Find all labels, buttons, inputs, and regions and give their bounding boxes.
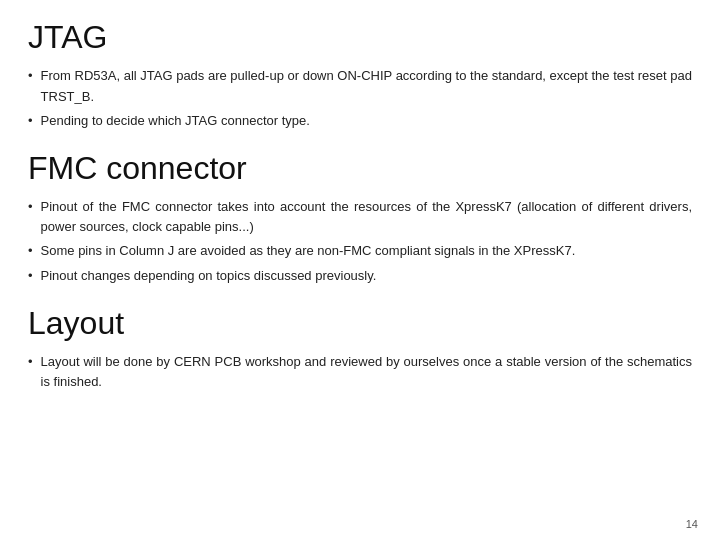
list-item: Pinout changes depending on topics discu… (28, 266, 692, 286)
layout-section: Layout Layout will be done by CERN PCB w… (28, 304, 692, 393)
list-item: Pinout of the FMC connector takes into a… (28, 197, 692, 237)
page: JTAG From RD53A, all JTAG pads are pulle… (0, 0, 720, 540)
list-item: Some pins in Column J are avoided as the… (28, 241, 692, 261)
bullet-text: Pending to decide which JTAG connector t… (41, 111, 310, 131)
bullet-text: Some pins in Column J are avoided as the… (41, 241, 576, 261)
jtag-title: JTAG (28, 18, 692, 56)
bullet-text: Pinout changes depending on topics discu… (41, 266, 377, 286)
jtag-bullet-list: From RD53A, all JTAG pads are pulled-up … (28, 66, 692, 130)
list-item: From RD53A, all JTAG pads are pulled-up … (28, 66, 692, 106)
bullet-text: From RD53A, all JTAG pads are pulled-up … (41, 66, 692, 106)
page-number: 14 (686, 518, 698, 530)
fmc-title: FMC connector (28, 149, 692, 187)
fmc-bullet-list: Pinout of the FMC connector takes into a… (28, 197, 692, 286)
layout-title: Layout (28, 304, 692, 342)
list-item: Layout will be done by CERN PCB workshop… (28, 352, 692, 392)
fmc-section: FMC connector Pinout of the FMC connecto… (28, 149, 692, 286)
layout-bullet-list: Layout will be done by CERN PCB workshop… (28, 352, 692, 392)
bullet-text: Pinout of the FMC connector takes into a… (41, 197, 692, 237)
jtag-section: JTAG From RD53A, all JTAG pads are pulle… (28, 18, 692, 131)
bullet-text: Layout will be done by CERN PCB workshop… (41, 352, 692, 392)
list-item: Pending to decide which JTAG connector t… (28, 111, 692, 131)
